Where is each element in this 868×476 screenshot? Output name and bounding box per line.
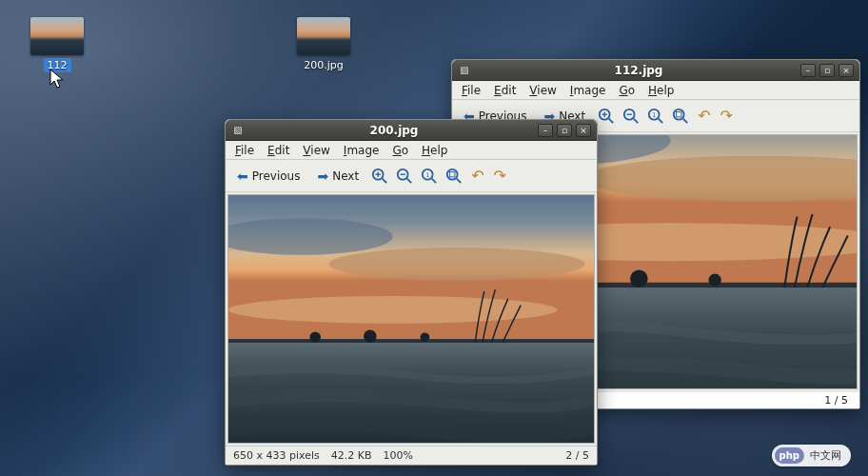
rotate-right-button[interactable]: ↷ xyxy=(719,107,735,125)
image-counter: 2 / 5 xyxy=(565,449,589,462)
app-icon: ▧ xyxy=(231,124,245,137)
zoom-original-button[interactable]: 1 xyxy=(420,167,439,186)
desktop-icon-200[interactable]: 200.jpg xyxy=(286,17,362,72)
window-title: 112.jpg xyxy=(477,64,800,77)
status-zoom: 100% xyxy=(384,449,413,462)
svg-point-10 xyxy=(674,109,684,119)
statusbar: 650 x 433 pixels 42.2 KB 100% 2 / 5 xyxy=(226,446,597,465)
previous-button[interactable]: ⬅Previous xyxy=(231,166,306,187)
zoom-fit-button[interactable] xyxy=(671,107,690,126)
status-filesize: 42.2 KB xyxy=(331,449,372,462)
menu-edit[interactable]: Edit xyxy=(488,82,522,99)
zoom-fit-button[interactable] xyxy=(444,167,464,186)
svg-text:1: 1 xyxy=(425,170,429,177)
svg-rect-12 xyxy=(677,111,681,116)
svg-rect-34 xyxy=(450,171,455,176)
thumbnail-icon xyxy=(30,17,84,55)
image-counter: 1 / 5 xyxy=(824,394,848,407)
menu-file[interactable]: File xyxy=(456,82,486,99)
svg-point-40 xyxy=(309,331,321,343)
maximize-button[interactable]: ▫ xyxy=(819,64,835,77)
svg-line-30 xyxy=(432,178,437,183)
watermark-badge: php 中文网 xyxy=(772,445,851,466)
app-icon: ▧ xyxy=(458,64,471,77)
svg-point-20 xyxy=(708,273,720,286)
status-dimensions: 650 x 433 pixels xyxy=(233,449,320,462)
menubar: File Edit View Image Go Help xyxy=(226,141,597,160)
menu-go[interactable]: Go xyxy=(613,82,641,99)
svg-line-8 xyxy=(659,118,663,123)
zoom-out-button[interactable] xyxy=(621,107,641,126)
zoom-in-button[interactable] xyxy=(597,107,616,126)
menu-edit[interactable]: Edit xyxy=(262,142,295,159)
rotate-right-button[interactable]: ↷ xyxy=(492,167,508,185)
icon-label: 112 xyxy=(44,58,71,72)
svg-text:1: 1 xyxy=(652,110,656,117)
desktop-icon-112[interactable]: 112 xyxy=(19,17,95,72)
arrow-left-icon: ⬅ xyxy=(237,169,248,184)
svg-line-23 xyxy=(383,178,387,183)
menu-image[interactable]: Image xyxy=(338,142,385,159)
menu-view[interactable]: View xyxy=(523,82,562,99)
svg-point-37 xyxy=(329,248,585,281)
svg-point-42 xyxy=(421,332,430,342)
svg-point-19 xyxy=(630,269,648,288)
titlebar[interactable]: ▧ 112.jpg – ▫ × xyxy=(452,60,859,81)
watermark-text: 中文网 xyxy=(810,448,841,463)
minimize-button[interactable]: – xyxy=(538,124,553,137)
menu-file[interactable]: File xyxy=(229,142,260,159)
titlebar[interactable]: ▧ 200.jpg – ▫ × xyxy=(226,120,597,141)
rotate-left-button[interactable]: ↶ xyxy=(696,107,712,125)
menu-go[interactable]: Go xyxy=(386,142,414,159)
svg-line-1 xyxy=(609,118,614,123)
icon-label: 200.jpg xyxy=(300,58,347,72)
menubar: File Edit View Image Go Help xyxy=(452,81,859,100)
svg-line-27 xyxy=(407,178,412,183)
image-viewport[interactable] xyxy=(227,194,595,444)
window-title: 200.jpg xyxy=(250,124,538,137)
svg-line-33 xyxy=(457,178,462,183)
menu-help[interactable]: Help xyxy=(416,142,453,159)
arrow-right-icon: ➡ xyxy=(317,169,328,184)
svg-point-32 xyxy=(447,169,458,179)
zoom-original-button[interactable]: 1 xyxy=(646,107,665,126)
next-button[interactable]: ➡Next xyxy=(311,166,365,187)
svg-line-11 xyxy=(683,118,688,123)
menu-view[interactable]: View xyxy=(297,142,335,159)
zoom-in-button[interactable] xyxy=(370,167,389,186)
toolbar: ⬅Previous ➡Next 1 ↶ ↷ xyxy=(226,160,597,192)
rotate-left-button[interactable]: ↶ xyxy=(469,167,485,185)
svg-line-5 xyxy=(634,118,639,123)
menu-image[interactable]: Image xyxy=(564,82,612,99)
svg-point-41 xyxy=(364,330,376,343)
menu-help[interactable]: Help xyxy=(642,82,680,99)
displayed-image xyxy=(228,195,594,443)
thumbnail-icon xyxy=(297,17,350,55)
image-viewer-window-200[interactable]: ▧ 200.jpg – ▫ × File Edit View Image Go … xyxy=(225,119,598,466)
minimize-button[interactable]: – xyxy=(800,64,816,77)
maximize-button[interactable]: ▫ xyxy=(557,124,572,137)
close-button[interactable]: × xyxy=(576,124,591,137)
zoom-out-button[interactable] xyxy=(395,167,414,186)
close-button[interactable]: × xyxy=(838,64,854,77)
php-logo-icon: php xyxy=(775,447,804,464)
